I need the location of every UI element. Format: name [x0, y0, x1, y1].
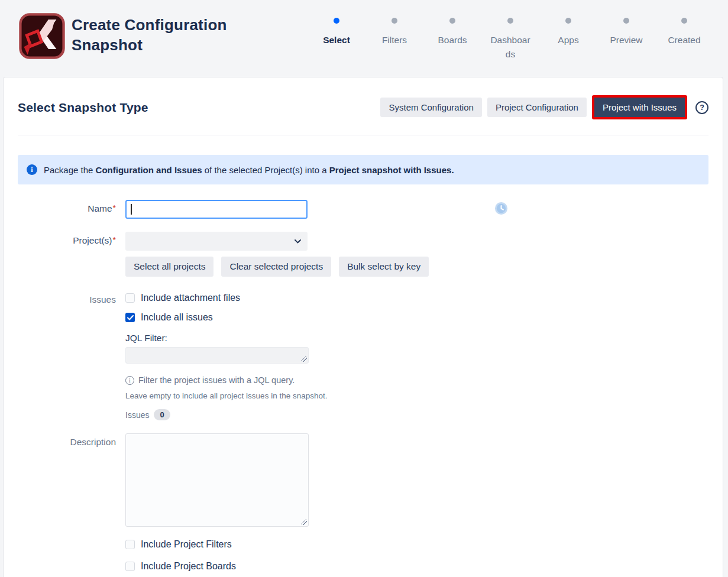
- checkbox-label[interactable]: Include all issues: [141, 312, 213, 323]
- step-dot: [681, 18, 687, 24]
- step-select[interactable]: Select: [308, 13, 365, 61]
- step-dot: [449, 18, 455, 24]
- name-input[interactable]: [125, 200, 308, 219]
- issues-label: Issues: [18, 291, 125, 420]
- check-icon: [127, 315, 134, 320]
- include-all-issues-checkbox[interactable]: [125, 313, 135, 322]
- page-title: Create Configuration Snapshot: [72, 15, 261, 56]
- clear-selected-projects-button[interactable]: Clear selected projects: [221, 257, 331, 277]
- recent-names-clock-icon[interactable]: [494, 202, 508, 215]
- issues-count-label: Issues: [125, 410, 149, 420]
- step-dot-active: [334, 18, 339, 24]
- checkbox-label[interactable]: Include Project Boards: [141, 561, 236, 572]
- include-all-issues-row: Include all issues: [125, 310, 708, 325]
- issues-row: Issues Include attachment files Include …: [18, 291, 708, 420]
- jql-helper: i Filter the project issues with a JQL q…: [125, 375, 708, 385]
- step-created[interactable]: Created: [655, 13, 713, 61]
- name-label: Name*: [18, 200, 125, 219]
- description-textarea[interactable]: [125, 433, 309, 527]
- step-dot: [507, 18, 513, 24]
- checkbox-label[interactable]: Include Project Filters: [141, 539, 232, 550]
- step-filters[interactable]: Filters: [365, 13, 423, 61]
- step-dot: [623, 18, 629, 24]
- projects-row: Project(s)* Select all projects Clear se…: [18, 232, 708, 277]
- projects-select[interactable]: [125, 232, 308, 251]
- checkbox-label[interactable]: Include attachment files: [141, 293, 240, 303]
- issues-count-row: Issues 0: [125, 409, 708, 420]
- required-asterisk: *: [113, 203, 116, 213]
- project-configuration-button[interactable]: Project Configuration: [487, 98, 587, 117]
- configuration-manager-logo-icon: [19, 13, 65, 59]
- include-attachment-files-row: Include attachment files: [125, 291, 708, 305]
- resize-handle[interactable]: [301, 356, 307, 362]
- step-boards[interactable]: Boards: [423, 13, 481, 61]
- section-title: Select Snapshot Type: [18, 101, 375, 115]
- jql-filter-label: JQL Filter:: [125, 333, 708, 343]
- wizard-stepper: Select Filters Boards Dashboards Apps Pr…: [308, 13, 713, 61]
- content-card: Select Snapshot Type System Configuratio…: [3, 77, 723, 577]
- include-project-boards-row: Include Project Boards: [125, 559, 708, 573]
- red-highlight-annotation: Project with Issues: [592, 95, 687, 119]
- step-dot: [391, 18, 397, 24]
- extra-options: Include Project Filters Include Project …: [125, 537, 708, 573]
- info-outline-icon: i: [125, 376, 134, 385]
- jql-helper-text: Filter the project issues with a JQL que…: [138, 375, 295, 385]
- jql-note: Leave empty to include all project issue…: [125, 391, 708, 400]
- name-row: Name*: [18, 200, 708, 219]
- step-preview[interactable]: Preview: [597, 13, 655, 61]
- include-project-filters-row: Include Project Filters: [125, 537, 708, 552]
- info-banner-text: Package the Configuration and Issues of …: [44, 165, 454, 175]
- bulk-select-by-key-button[interactable]: Bulk select by key: [339, 257, 429, 277]
- project-with-issues-button[interactable]: Project with Issues: [594, 98, 685, 117]
- required-asterisk: *: [113, 235, 116, 245]
- include-project-filters-checkbox[interactable]: [125, 540, 135, 549]
- snapshot-form: Name* Project(s)* Select all proj: [18, 200, 708, 577]
- include-project-boards-checkbox[interactable]: [125, 562, 135, 571]
- description-label: Description: [18, 433, 125, 577]
- info-icon: i: [27, 164, 37, 175]
- step-apps[interactable]: Apps: [539, 13, 597, 61]
- snapshot-type-header: Select Snapshot Type System Configuratio…: [18, 95, 708, 119]
- jql-filter-textarea[interactable]: [125, 347, 309, 364]
- system-configuration-button[interactable]: System Configuration: [380, 98, 481, 117]
- projects-label: Project(s)*: [18, 232, 125, 277]
- chevron-down-icon: [295, 239, 301, 244]
- issues-count-badge: 0: [154, 409, 170, 420]
- project-buttons-group: Select all projects Clear selected proje…: [125, 257, 708, 277]
- description-row: Description Include Project Filters Incl…: [18, 433, 708, 577]
- step-dashboards[interactable]: Dashboards: [481, 13, 539, 61]
- select-all-projects-button[interactable]: Select all projects: [125, 257, 213, 277]
- text-caret: [131, 204, 132, 215]
- help-icon[interactable]: ?: [695, 101, 708, 114]
- section-divider: [18, 135, 708, 135]
- step-dot: [565, 18, 571, 24]
- resize-handle[interactable]: [301, 519, 307, 525]
- app-header: Create Configuration Snapshot Select Fil…: [0, 0, 728, 77]
- include-attachment-files-checkbox[interactable]: [125, 293, 135, 303]
- info-banner: i Package the Configuration and Issues o…: [18, 155, 708, 184]
